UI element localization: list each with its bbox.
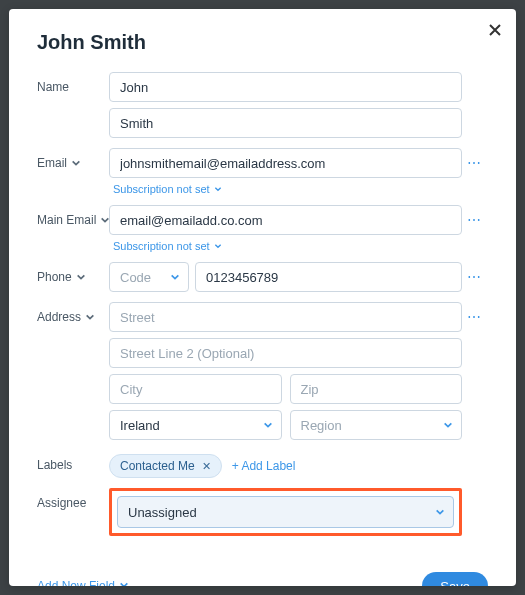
add-new-field-link[interactable]: Add New Field bbox=[37, 579, 129, 586]
assignee-highlight: Unassigned bbox=[109, 488, 462, 536]
chevron-down-icon bbox=[214, 240, 222, 252]
close-icon[interactable] bbox=[486, 21, 504, 39]
phone-code-select[interactable]: Code bbox=[109, 262, 189, 292]
label-name: Name bbox=[37, 80, 69, 94]
chevron-down-icon bbox=[435, 507, 445, 517]
main-email-more-icon[interactable]: ⋯ bbox=[467, 213, 483, 227]
label-phone: Phone bbox=[37, 270, 72, 284]
country-select[interactable]: Ireland bbox=[109, 410, 282, 440]
email-input[interactable] bbox=[109, 148, 462, 178]
city-input[interactable] bbox=[109, 374, 282, 404]
region-select[interactable]: Region bbox=[290, 410, 463, 440]
first-name-input[interactable] bbox=[109, 72, 462, 102]
phone-more-icon[interactable]: ⋯ bbox=[467, 270, 483, 284]
email-subscription-link[interactable]: Subscription not set bbox=[109, 183, 462, 195]
contact-edit-panel: John Smith Name Email Subs bbox=[9, 9, 516, 586]
label-main-email: Main Email bbox=[37, 213, 96, 227]
label-assignee: Assignee bbox=[37, 496, 86, 510]
chevron-down-icon bbox=[119, 579, 129, 586]
chevron-down-icon[interactable] bbox=[71, 158, 81, 168]
label-email: Email bbox=[37, 156, 67, 170]
save-button[interactable]: Save bbox=[422, 572, 488, 586]
add-label-link[interactable]: + Add Label bbox=[232, 459, 296, 473]
zip-input[interactable] bbox=[290, 374, 463, 404]
label-chip[interactable]: Contacted Me ✕ bbox=[109, 454, 222, 478]
chevron-down-icon bbox=[214, 183, 222, 195]
main-email-subscription-link[interactable]: Subscription not set bbox=[109, 240, 462, 252]
label-address: Address bbox=[37, 310, 81, 324]
email-more-icon[interactable]: ⋯ bbox=[467, 156, 483, 170]
street-input[interactable] bbox=[109, 302, 462, 332]
remove-chip-icon[interactable]: ✕ bbox=[201, 460, 213, 472]
page-title: John Smith bbox=[37, 31, 488, 54]
label-labels: Labels bbox=[37, 458, 72, 472]
assignee-select[interactable]: Unassigned bbox=[117, 496, 454, 528]
phone-number-input[interactable] bbox=[195, 262, 462, 292]
chevron-down-icon[interactable] bbox=[85, 312, 95, 322]
main-email-input[interactable] bbox=[109, 205, 462, 235]
chevron-down-icon bbox=[443, 420, 453, 430]
last-name-input[interactable] bbox=[109, 108, 462, 138]
chevron-down-icon[interactable] bbox=[76, 272, 86, 282]
chevron-down-icon bbox=[170, 272, 180, 282]
chevron-down-icon bbox=[263, 420, 273, 430]
street2-input[interactable] bbox=[109, 338, 462, 368]
address-more-icon[interactable]: ⋯ bbox=[467, 310, 483, 324]
